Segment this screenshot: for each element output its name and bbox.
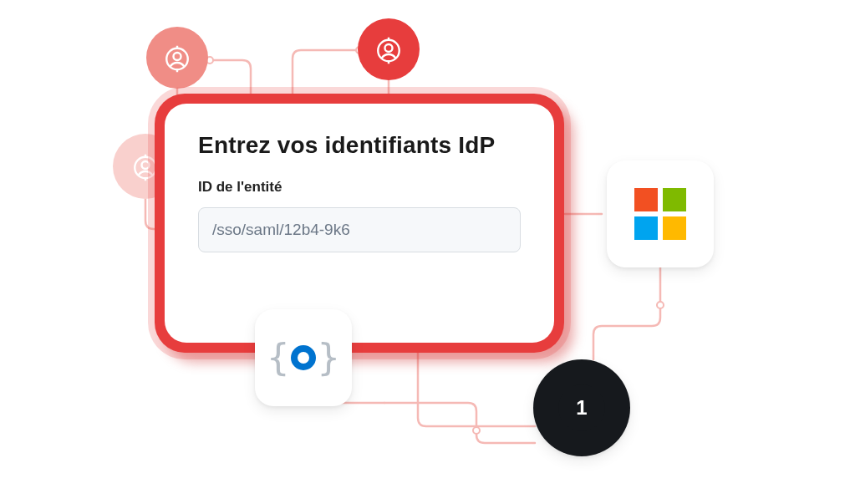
connector-node <box>472 426 481 435</box>
svg-point-5 <box>142 161 150 169</box>
svg-point-2 <box>378 40 400 62</box>
onelogin-tile: 1 <box>533 359 630 456</box>
entity-id-label: ID de l'entité <box>198 179 521 196</box>
user-icon <box>374 34 404 64</box>
idp-card-title: Entrez vos identifiants IdP <box>198 132 521 159</box>
svg-point-1 <box>174 53 181 60</box>
okta-tile: { } <box>255 309 352 406</box>
okta-logo-icon: { } <box>267 339 340 376</box>
idp-card-body: Entrez vos identifiants IdP ID de l'enti… <box>165 104 554 343</box>
user-avatar-2 <box>358 18 420 80</box>
user-icon <box>162 43 192 73</box>
onelogin-label: 1 <box>576 396 587 420</box>
user-avatar-1 <box>146 27 208 89</box>
connector-node <box>656 301 664 309</box>
idp-card: Entrez vos identifiants IdP ID de l'enti… <box>155 94 564 353</box>
microsoft-logo-icon <box>634 188 686 240</box>
onelogin-logo-icon: 1 <box>558 384 605 431</box>
microsoft-tile <box>607 160 714 267</box>
svg-point-3 <box>385 44 393 52</box>
svg-point-0 <box>166 48 188 70</box>
entity-id-input[interactable] <box>198 207 521 252</box>
svg-point-4 <box>135 157 156 179</box>
